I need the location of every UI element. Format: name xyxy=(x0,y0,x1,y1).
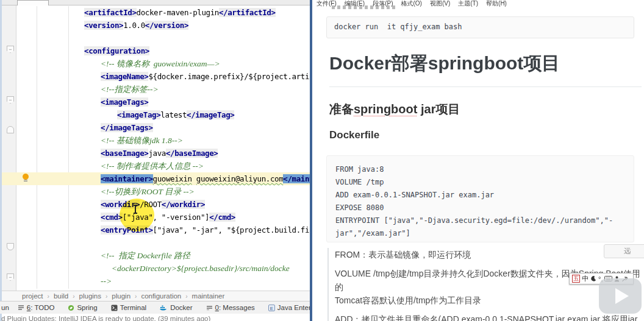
toolwindow-label: 0: Messages xyxy=(215,304,255,311)
code-token: <imageName> xyxy=(101,72,148,81)
toolwindow-label: Docker xyxy=(170,304,192,311)
code-comment: <!--指定标签--> xyxy=(101,85,159,94)
code-line: <artifactId>docker-maven-plugin</artifac… xyxy=(0,6,310,19)
code-line: <configuration> xyxy=(0,44,310,57)
code-token: </version> xyxy=(145,21,188,30)
code-token: <baseImage> xyxy=(101,149,148,158)
code-line: </imageTags> xyxy=(0,121,310,134)
code-token: </baseImage> xyxy=(166,149,218,158)
code-line: <imageTags> xyxy=(0,96,310,108)
code-line: <!-- 镜像名称 guoweixin/exam—> xyxy=(0,57,310,70)
terminal-icon xyxy=(111,305,118,311)
subsection-heading[interactable]: Dockerfile xyxy=(329,129,379,141)
intention-bulb-icon[interactable] xyxy=(23,174,29,180)
code-token: </artifactId> xyxy=(219,8,276,17)
todo-icon xyxy=(18,305,24,311)
selected-tag: </maintainer> xyxy=(283,174,310,183)
svg-text:E: E xyxy=(270,305,273,311)
code-comment: <!-- 基础镜像jdk 1.8--> xyxy=(101,136,183,145)
javaee-icon: E xyxy=(268,305,275,311)
toolwindow-label: 6: TODO xyxy=(27,304,55,311)
code-token: guoweixin xyxy=(153,174,192,183)
menu-item[interactable]: 视图(V) xyxy=(430,0,450,8)
code-comment: <!-- 指定 Dockerfile 路径 xyxy=(101,251,190,260)
code-line: <version>1.0.0</version> xyxy=(0,19,310,32)
blockquote[interactable]: FROM：表示基础镜像，即运行环境VOLUME /tmp创建/tmp目录并持久化… xyxy=(327,248,643,321)
code-token: <artifactId> xyxy=(84,8,137,17)
fold-marker-icon[interactable] xyxy=(7,243,14,250)
code-token xyxy=(192,174,196,183)
section-heading[interactable]: 准备springboot jar项目 xyxy=(329,101,460,118)
toolwindow-button-docker[interactable]: Docker xyxy=(160,304,192,311)
menu-item[interactable]: 格式(O) xyxy=(401,0,421,8)
toolwindow-button-terminal[interactable]: Terminal xyxy=(111,304,146,311)
code-line: <!-- 制作者提供本人信息 --> xyxy=(0,160,310,172)
menu-item[interactable]: 帮助(H) xyxy=(486,0,507,8)
messages-icon xyxy=(206,305,213,311)
code-comment: --> xyxy=(101,277,112,286)
code-line: <baseImage>java</baseImage> xyxy=(0,147,310,160)
code-line: --> xyxy=(0,275,310,287)
code-comment: <!-- 制作者提供本人信息 --> xyxy=(101,161,204,171)
code-token: docker-maven-plugin xyxy=(137,8,219,17)
toolwindow-label: Java Enterprise xyxy=(277,304,310,311)
code-comment: <dockerDirectory>${project.basedir}/src/… xyxy=(112,264,290,273)
quote-paragraph: FROM：表示基础镜像，即运行环境 xyxy=(335,248,643,261)
toolwindow-button--messages[interactable]: 0: Messages xyxy=(206,304,255,311)
code-token: 1.0.0 xyxy=(123,21,145,30)
toolwindow-bar: un 6: TODOSpringTerminalDocker0: Message… xyxy=(0,301,310,314)
breadcrumb-separator: › xyxy=(103,293,110,300)
code-token: <imageTag> xyxy=(117,110,160,119)
page-title[interactable]: Docker部署springboot项目 xyxy=(329,51,642,87)
code-line: <maintainer>guoweixin guoweixin@aliyun.c… xyxy=(0,172,310,185)
h2-spellcheck-word: springboot xyxy=(354,102,417,116)
code-line: <imageName>${docker.image.prefix}/${proj… xyxy=(0,70,310,83)
code-token: java xyxy=(148,149,166,158)
code-line: <cmd>["java", "-version"]</cmd> xyxy=(0,211,310,224)
play-icon xyxy=(615,288,629,304)
code-comment: <!--切换到/ROOT 目录 --> xyxy=(101,187,195,196)
code-line: <!-- 指定 Dockerfile 路径 xyxy=(0,249,310,262)
code-token: <version> xyxy=(84,21,123,30)
breadcrumb-item-build[interactable]: build xyxy=(52,292,70,300)
code-line: <imageTag>latest</imageTag> xyxy=(0,108,310,121)
h2-post: jar项目 xyxy=(417,102,460,116)
video-play-button[interactable] xyxy=(599,278,642,314)
docker-icon xyxy=(160,305,168,311)
code-token: ${docker.image.prefix}/${project.artifac… xyxy=(148,72,310,81)
wubi-indicator-icon[interactable]: 五 xyxy=(572,275,580,283)
breadcrumb-separator: › xyxy=(45,293,52,300)
code-line: <!--指定标签--> xyxy=(0,83,310,96)
breadcrumb-item-plugin[interactable]: plugin xyxy=(110,292,132,300)
dockerfile-code-block[interactable]: FROM java:8 VOLUME /tmp ADD exam-0.0.1-S… xyxy=(326,155,634,242)
toolwindow-label: Terminal xyxy=(120,304,146,311)
toolwindow-button--todo[interactable]: 6: TODO xyxy=(18,304,55,311)
code-token: <configuration> xyxy=(84,46,149,55)
chinese-mode-icon[interactable]: 中 xyxy=(582,274,589,283)
breadcrumb-item-maintainer[interactable]: maintainer xyxy=(190,292,227,300)
breadcrumb-item-project[interactable]: project xyxy=(20,292,45,300)
breadcrumb-item-configuration[interactable]: configuration xyxy=(139,292,183,300)
h2-pre: 准备 xyxy=(329,102,354,116)
code-editor[interactable]: <artifactId>docker-maven-plugin</artifac… xyxy=(0,6,310,287)
code-token: </imageTag> xyxy=(187,110,234,119)
toolwindow-run-partial[interactable]: un xyxy=(1,304,9,311)
fold-marker-icon[interactable] xyxy=(7,126,14,133)
moon-icon[interactable] xyxy=(590,275,596,282)
editor-tab[interactable] xyxy=(17,0,49,5)
floating-button[interactable]: 远 xyxy=(604,244,644,258)
breadcrumb-separator: › xyxy=(70,293,77,300)
code-comment: <!-- 镜像名称 guoweixin/exam—> xyxy=(101,59,220,68)
breadcrumb-item-plugins[interactable]: plugins xyxy=(77,292,103,300)
code-line xyxy=(0,236,310,249)
breadcrumb-separator: › xyxy=(132,293,139,300)
menu-item[interactable]: 主题(T) xyxy=(458,0,478,8)
code-token: guoweixin@aliyun.com xyxy=(196,174,284,183)
toolwindow-button-spring[interactable]: Spring xyxy=(68,304,97,311)
toolwindow-button-java-enterprise[interactable]: EJava Enterprise xyxy=(268,304,310,311)
inline-code-block[interactable]: docker run it qfjy_exam bash xyxy=(326,16,634,38)
breadcrumb: project›build›plugins›plugin›configurati… xyxy=(2,291,310,301)
spring-icon xyxy=(68,305,74,311)
code-line xyxy=(0,32,310,44)
code-token: </imageTags> xyxy=(101,123,153,132)
